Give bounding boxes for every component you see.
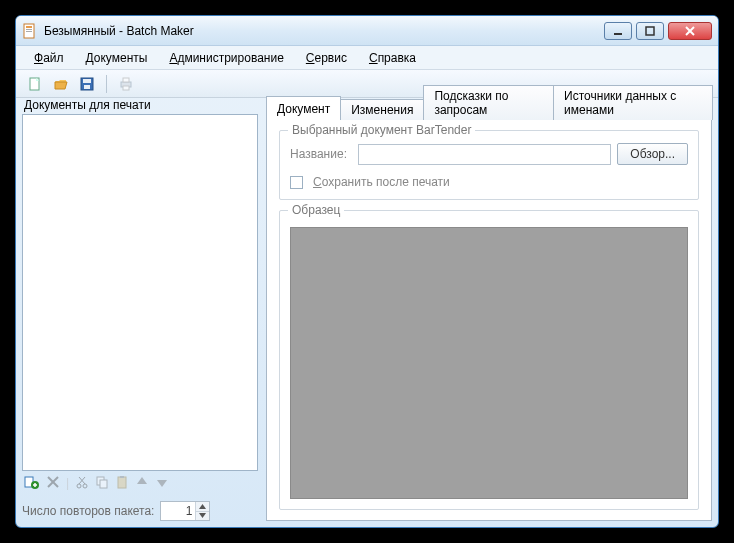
svg-point-23 xyxy=(83,484,87,488)
copy-icon xyxy=(95,475,109,492)
app-icon xyxy=(22,23,38,39)
selected-doc-group: Выбранный документ BarTender Название: О… xyxy=(279,130,699,200)
left-toolbar: | xyxy=(22,471,258,495)
window-title: Безымянный - Batch Maker xyxy=(44,24,600,38)
repeat-row: Число повторов пакета: xyxy=(22,501,258,521)
titlebar: Безымянный - Batch Maker xyxy=(16,16,718,46)
print-button[interactable] xyxy=(115,73,137,95)
preview-legend: Образец xyxy=(288,203,344,217)
menu-admin[interactable]: Администрирование xyxy=(159,49,293,67)
documents-listbox[interactable] xyxy=(22,114,258,471)
svg-rect-14 xyxy=(123,78,129,82)
svg-rect-28 xyxy=(118,477,126,488)
minimize-button[interactable] xyxy=(604,22,632,40)
menu-service[interactable]: Сервис xyxy=(296,49,357,67)
close-button[interactable] xyxy=(668,22,712,40)
cut-icon xyxy=(75,475,89,492)
preview-group: Образец xyxy=(279,210,699,510)
menu-help[interactable]: Справка xyxy=(359,49,426,67)
tab-prompts[interactable]: Подсказки по запросам xyxy=(423,85,554,120)
spin-down-icon[interactable] xyxy=(196,512,209,521)
svg-rect-1 xyxy=(26,26,32,28)
repeat-spinner[interactable] xyxy=(160,501,210,521)
browse-button[interactable]: Обзор... xyxy=(617,143,688,165)
move-up-icon xyxy=(135,475,149,492)
menu-documents[interactable]: Документы xyxy=(76,49,158,67)
svg-point-22 xyxy=(77,484,81,488)
menubar: Файл Документы Администрирование Сервис … xyxy=(16,46,718,70)
save-after-print-checkbox[interactable] xyxy=(290,176,303,189)
repeat-input[interactable] xyxy=(161,502,195,520)
spin-up-icon[interactable] xyxy=(196,502,209,512)
tab-body: Выбранный документ BarTender Название: О… xyxy=(266,119,712,521)
svg-rect-2 xyxy=(26,29,32,30)
window-frame: Безымянный - Batch Maker Файл Документы … xyxy=(15,15,719,528)
menu-file[interactable]: Файл xyxy=(24,49,74,67)
svg-marker-30 xyxy=(137,477,147,484)
right-pane: Документ Изменения Подсказки по запросам… xyxy=(266,98,712,521)
svg-rect-5 xyxy=(646,27,654,35)
remove-icon xyxy=(46,475,60,492)
name-label: Название: xyxy=(290,147,352,161)
open-button[interactable] xyxy=(50,73,72,95)
paste-icon xyxy=(115,475,129,492)
left-separator: | xyxy=(66,476,69,490)
tabs: Документ Изменения Подсказки по запросам… xyxy=(266,98,712,120)
selected-doc-legend: Выбранный документ BarTender xyxy=(288,123,475,137)
client-area: Документы для печати | Число повторов па… xyxy=(22,98,712,521)
save-button[interactable] xyxy=(76,73,98,95)
svg-rect-27 xyxy=(100,480,107,488)
svg-marker-31 xyxy=(157,480,167,487)
tab-changes[interactable]: Изменения xyxy=(340,99,424,120)
add-document-icon[interactable] xyxy=(24,474,40,493)
svg-marker-32 xyxy=(199,504,206,509)
repeat-label: Число повторов пакета: xyxy=(22,504,154,518)
svg-rect-15 xyxy=(123,86,129,90)
save-after-print-label: Сохранить после печати xyxy=(313,175,450,189)
svg-rect-12 xyxy=(84,85,90,89)
tab-named-sources[interactable]: Источники данных с именами xyxy=(553,85,713,120)
maximize-button[interactable] xyxy=(636,22,664,40)
preview-area xyxy=(290,227,688,499)
toolbar-separator xyxy=(106,75,107,93)
svg-rect-11 xyxy=(83,79,91,83)
new-button[interactable] xyxy=(24,73,46,95)
svg-marker-33 xyxy=(199,513,206,518)
documents-label: Документы для печати xyxy=(22,98,258,112)
name-input[interactable] xyxy=(358,144,611,165)
svg-rect-29 xyxy=(120,476,124,478)
left-pane: Документы для печати | Число повторов па… xyxy=(22,98,258,521)
tab-document[interactable]: Документ xyxy=(266,96,341,120)
svg-rect-3 xyxy=(26,31,32,32)
move-down-icon xyxy=(155,475,169,492)
